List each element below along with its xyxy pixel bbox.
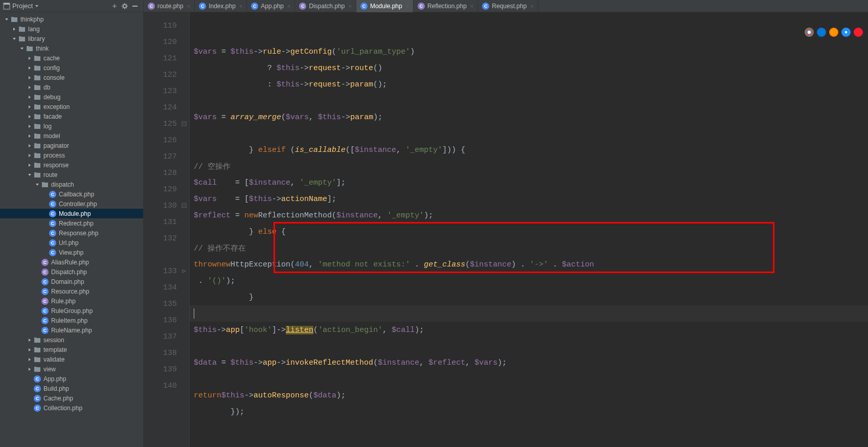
close-icon[interactable]: × xyxy=(349,3,352,9)
tree-folder[interactable]: route xyxy=(0,170,143,180)
tree-file[interactable]: CRuleItem.php xyxy=(0,316,143,325)
tree-arrow-icon[interactable] xyxy=(35,279,40,284)
tree-file[interactable]: CAliasRule.php xyxy=(0,257,143,267)
editor-tab[interactable]: CApp.php× xyxy=(247,0,295,12)
tree-folder[interactable]: console xyxy=(0,73,143,82)
tree-arrow-icon[interactable] xyxy=(35,289,40,294)
tree-arrow-icon[interactable] xyxy=(27,85,32,90)
tree-file[interactable]: CRedirect.php xyxy=(0,218,143,228)
tree-file[interactable]: CRuleGroup.php xyxy=(0,306,143,316)
minimize-icon[interactable] xyxy=(130,1,140,11)
tree-file[interactable]: CController.php xyxy=(0,199,143,209)
dropdown-icon[interactable] xyxy=(35,4,39,8)
code-line[interactable]: $vars = [$this->actionName]; xyxy=(190,191,868,207)
tree-folder[interactable]: thinkphp xyxy=(0,14,143,24)
code-line[interactable] xyxy=(190,125,868,142)
editor-tab[interactable]: Croute.php× xyxy=(144,0,195,12)
chrome-icon[interactable] xyxy=(805,28,814,37)
close-icon[interactable]: × xyxy=(406,3,409,9)
tree-folder[interactable]: validate xyxy=(0,354,143,364)
tree-arrow-icon[interactable] xyxy=(27,172,32,177)
tree-arrow-icon[interactable] xyxy=(27,124,32,129)
tree-folder[interactable]: library xyxy=(0,34,143,43)
code-line[interactable]: } else { xyxy=(190,223,868,240)
close-icon[interactable]: × xyxy=(470,3,473,9)
tree-arrow-icon[interactable] xyxy=(27,75,32,80)
tree-arrow-icon[interactable] xyxy=(12,27,17,32)
tree-folder[interactable]: log xyxy=(0,121,143,131)
tree-folder[interactable]: process xyxy=(0,150,143,160)
code-line[interactable] xyxy=(190,338,868,354)
code-line[interactable]: $data = $this->app->invokeReflectMethod(… xyxy=(190,354,868,371)
tree-folder[interactable]: session xyxy=(0,335,143,345)
tree-arrow-icon[interactable] xyxy=(42,240,48,245)
tree-folder[interactable]: exception xyxy=(0,102,143,111)
tree-folder[interactable]: cache xyxy=(0,53,143,63)
tree-file[interactable]: CDispatch.php xyxy=(0,267,143,277)
editor-tab[interactable]: CIndex.php× xyxy=(195,0,247,12)
close-icon[interactable]: × xyxy=(287,3,290,9)
tree-folder[interactable]: db xyxy=(0,82,143,92)
tree-arrow-icon[interactable] xyxy=(27,114,32,119)
tree-arrow-icon[interactable] xyxy=(27,56,32,61)
code-line[interactable]: $this->app['hook']->listen('action_begin… xyxy=(190,322,868,338)
tree-arrow-icon[interactable] xyxy=(27,153,32,158)
tree-file[interactable]: CView.php xyxy=(0,248,143,257)
tree-arrow-icon[interactable] xyxy=(35,308,40,314)
tree-arrow-icon[interactable] xyxy=(27,376,32,382)
editor-tab[interactable]: CModule.php× xyxy=(356,0,414,12)
code-content[interactable]: $vars = $this->rule->getConfig('url_para… xyxy=(190,12,868,447)
tree-file[interactable]: CApp.php xyxy=(0,374,143,384)
tree-arrow-icon[interactable] xyxy=(42,211,48,216)
tree-file[interactable]: CBuild.php xyxy=(0,384,143,393)
tree-arrow-icon[interactable] xyxy=(12,36,17,41)
tree-arrow-icon[interactable] xyxy=(27,133,32,139)
tree-arrow-icon[interactable] xyxy=(27,386,32,391)
editor-tab[interactable]: CReflection.php× xyxy=(414,0,478,12)
tree-arrow-icon[interactable] xyxy=(27,396,32,401)
tree-file[interactable]: CCache.php xyxy=(0,393,143,403)
tree-folder[interactable]: response xyxy=(0,160,143,170)
tree-arrow-icon[interactable] xyxy=(27,338,32,343)
tree-arrow-icon[interactable] xyxy=(42,221,48,226)
gear-icon[interactable] xyxy=(120,1,130,11)
tree-folder[interactable]: config xyxy=(0,63,143,73)
tree-file[interactable]: CCallback.php xyxy=(0,189,143,199)
collapse-icon[interactable] xyxy=(109,1,120,11)
tree-arrow-icon[interactable] xyxy=(27,406,32,411)
tree-folder[interactable]: dispatch xyxy=(0,180,143,189)
code-line[interactable]: throw new HttpException(404, 'method not… xyxy=(190,256,868,273)
opera-icon[interactable] xyxy=(854,28,863,37)
project-tree[interactable]: thinkphplanglibrarythinkcacheconfigconso… xyxy=(0,12,143,447)
tree-arrow-icon[interactable] xyxy=(42,202,48,207)
fold-icon[interactable] xyxy=(181,268,187,274)
tree-arrow-icon[interactable] xyxy=(4,17,9,22)
code-line[interactable]: $vars = $this->rule->getConfig('url_para… xyxy=(190,43,868,60)
editor-tab[interactable]: CRequest.php× xyxy=(478,0,538,12)
tree-arrow-icon[interactable] xyxy=(35,318,40,323)
tree-arrow-icon[interactable] xyxy=(27,65,32,71)
code-line[interactable] xyxy=(190,371,868,387)
code-line[interactable]: $vars = array_merge($vars, $this->param)… xyxy=(190,109,868,125)
tree-folder[interactable]: template xyxy=(0,345,143,354)
tree-arrow-icon[interactable] xyxy=(35,299,40,304)
safari-icon[interactable] xyxy=(841,28,851,37)
code-line[interactable]: : $this->request->param(); xyxy=(190,76,868,93)
tree-arrow-icon[interactable] xyxy=(27,367,32,372)
code-line[interactable]: } elseif (is_callable([$instance, '_empt… xyxy=(190,142,868,158)
code-line[interactable] xyxy=(190,93,868,109)
code-line[interactable]: // 操作不存在 xyxy=(190,240,868,256)
code-line[interactable]: $call = [$instance, '_empty']; xyxy=(190,174,868,191)
tree-arrow-icon[interactable] xyxy=(35,270,40,275)
tree-arrow-icon[interactable] xyxy=(27,357,32,362)
editor-tab[interactable]: CDispatch.php× xyxy=(295,0,356,12)
code-line[interactable]: }); xyxy=(190,404,868,420)
tree-arrow-icon[interactable] xyxy=(42,231,48,236)
firefox-icon[interactable] xyxy=(829,28,838,37)
close-icon[interactable]: × xyxy=(187,3,190,9)
tree-folder[interactable]: view xyxy=(0,364,143,374)
tree-file[interactable]: CRule.php xyxy=(0,296,143,306)
tree-arrow-icon[interactable] xyxy=(42,192,48,197)
fold-icon[interactable] xyxy=(181,121,187,127)
code-line[interactable]: } xyxy=(190,289,868,305)
